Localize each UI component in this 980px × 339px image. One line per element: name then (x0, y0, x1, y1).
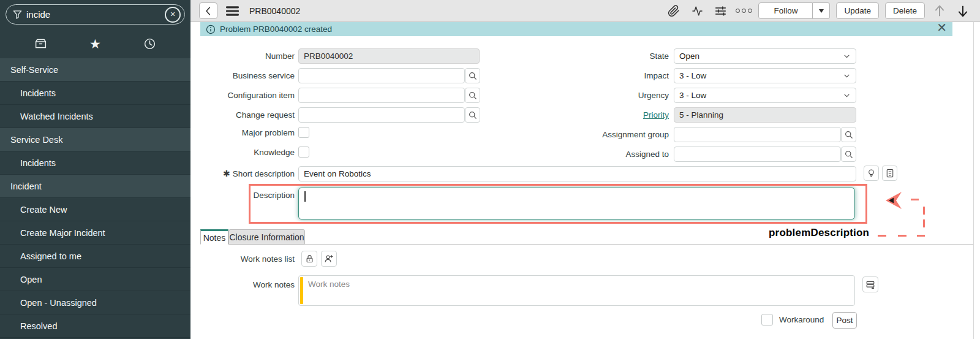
description-label: Description (197, 188, 295, 203)
assignment-group-lookup-icon[interactable] (841, 127, 856, 142)
work-notes-label: Work notes (197, 277, 295, 292)
add-user-icon[interactable] (321, 251, 337, 267)
assigned-to-field[interactable] (674, 147, 841, 162)
annotation-dash (923, 207, 925, 215)
app-navigator-sidebar: ✕ ★ Self-Service Incidents Watched Incid… (0, 0, 190, 339)
knowledge-label: Knowledge (197, 145, 295, 160)
suggestion-lightbulb-icon[interactable] (864, 166, 879, 181)
attachment-icon[interactable] (665, 3, 682, 19)
sidebar-header-service-desk[interactable]: Service Desk (0, 128, 190, 151)
delete-button[interactable]: Delete (885, 2, 925, 19)
impact-select[interactable]: 3 - Low (674, 68, 856, 83)
change-request-field[interactable] (298, 107, 465, 123)
sidebar-item-incidents[interactable]: Incidents (0, 82, 190, 105)
navigator-filter-input[interactable] (23, 9, 165, 20)
follow-button[interactable]: Follow (758, 2, 813, 19)
number-label: Number (197, 48, 295, 64)
sidebar-item-create-new[interactable]: Create New (0, 198, 190, 221)
history-icon[interactable] (138, 33, 162, 54)
sidebar-item-resolved[interactable]: Resolved (0, 314, 190, 338)
problem-form-main: PRB0040002 Follow Update Delete Problem … (190, 0, 980, 339)
favorites-icon[interactable]: ★ (83, 33, 108, 54)
update-button[interactable]: Update (836, 2, 879, 19)
work-notes-field-wrap (298, 275, 855, 306)
work-notes-textarea[interactable] (299, 276, 854, 305)
major-problem-label: Major problem (197, 125, 295, 140)
change-request-lookup-icon[interactable] (465, 107, 480, 123)
info-icon (206, 25, 216, 34)
filter-funnel-icon (12, 9, 23, 20)
personalize-form-icon[interactable] (712, 3, 729, 19)
business-service-label: Business service (197, 68, 295, 83)
next-record-icon[interactable] (954, 3, 971, 19)
navigator-tabs: ★ (0, 28, 190, 59)
workaround-checkbox[interactable] (761, 314, 773, 326)
assignment-group-label: Assignment group (582, 127, 669, 142)
sidebar-header-self-service[interactable]: Self-Service (0, 58, 190, 82)
record-toolbar: PRB0040002 Follow Update Delete (190, 0, 980, 22)
tabs-divider (200, 244, 973, 245)
all-applications-icon[interactable] (29, 33, 53, 54)
navigator-filter[interactable]: ✕ (6, 4, 185, 25)
previous-record-icon[interactable] (931, 3, 948, 19)
assigned-to-lookup-icon[interactable] (841, 147, 856, 162)
context-menu-icon[interactable] (224, 3, 241, 19)
tab-closure-information[interactable]: Closure Information (228, 229, 305, 245)
change-request-label: Change request (197, 107, 295, 123)
navigator-filter-row: ✕ (0, 0, 190, 28)
work-notes-list-label: Work notes list (197, 251, 295, 267)
filter-clear-icon[interactable]: ✕ (165, 7, 181, 23)
business-service-lookup-icon[interactable] (465, 68, 480, 83)
major-problem-checkbox[interactable] (298, 127, 309, 138)
banner-message: Problem PRB0040002 created (220, 25, 332, 34)
state-select[interactable]: Open (674, 48, 856, 64)
more-options-icon[interactable] (735, 3, 752, 19)
required-icon: ✱ (223, 169, 230, 178)
sidebar-item-incidents-2[interactable]: Incidents (0, 151, 190, 175)
knowledge-search-icon[interactable] (882, 166, 897, 181)
configuration-item-lookup-icon[interactable] (465, 88, 480, 103)
assigned-to-label: Assigned to (582, 147, 669, 162)
annotation-dash (898, 235, 907, 237)
chevron-down-icon (843, 52, 851, 60)
activity-monitor-icon[interactable] (688, 3, 706, 19)
record-title: PRB0040002 (249, 6, 300, 16)
knowledge-checkbox[interactable] (298, 147, 309, 158)
annotation-dash (878, 235, 886, 237)
sidebar-item-open[interactable]: Open (0, 268, 190, 291)
chevron-down-icon (819, 9, 824, 13)
activity-stream-icon[interactable] (862, 276, 878, 292)
configuration-item-label: Configuration item (197, 88, 295, 103)
content-right-divider (973, 22, 974, 339)
back-button[interactable] (199, 2, 217, 19)
navigator-menu: Self-Service Incidents Watched Incidents… (0, 58, 190, 339)
info-banner: Problem PRB0040002 created ✕ (200, 22, 952, 36)
annotation-dash (923, 219, 925, 227)
lock-icon[interactable] (301, 251, 317, 267)
follow-split-button: Follow (758, 2, 830, 19)
assignment-group-field[interactable] (674, 127, 841, 142)
sidebar-item-assigned-to-me[interactable]: Assigned to me (0, 245, 190, 268)
follow-dropdown-button[interactable] (813, 2, 830, 19)
configuration-item-field[interactable] (298, 88, 465, 103)
annotation-dash (917, 235, 925, 237)
priority-field[interactable] (674, 107, 856, 123)
description-textarea[interactable] (298, 188, 855, 219)
state-label: State (582, 48, 669, 64)
sidebar-item-open-unassigned[interactable]: Open - Unassigned (0, 291, 190, 314)
short-description-field[interactable] (298, 166, 856, 181)
urgency-select[interactable]: 3 - Low (674, 88, 856, 103)
post-button[interactable]: Post (832, 312, 857, 329)
tab-notes[interactable]: Notes (200, 229, 228, 245)
annotation-label: problemDescription (769, 227, 869, 239)
impact-label: Impact (582, 68, 669, 83)
urgency-label: Urgency (582, 88, 669, 103)
business-service-field[interactable] (298, 68, 465, 83)
sidebar-item-watched-incidents[interactable]: Watched Incidents (0, 105, 190, 128)
sidebar-header-incident[interactable]: Incident (0, 175, 190, 198)
annotation-dash (911, 199, 919, 200)
banner-close-icon[interactable]: ✕ (937, 21, 947, 37)
number-field[interactable] (298, 48, 480, 64)
sidebar-item-create-major-incident[interactable]: Create Major Incident (0, 221, 190, 245)
annotation-arrow-icon (881, 191, 903, 210)
